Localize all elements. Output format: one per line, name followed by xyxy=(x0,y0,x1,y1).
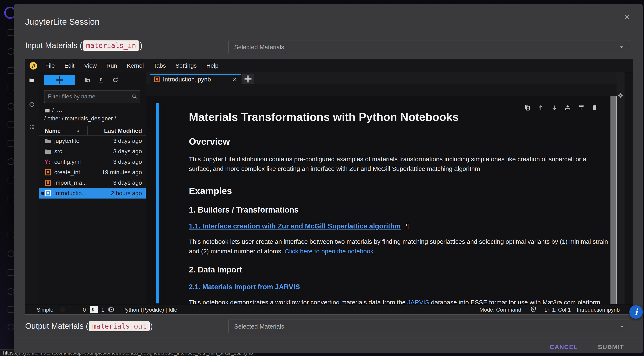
jarvis-heading-link[interactable]: 2.1. Materials import from JARVIS xyxy=(189,283,300,291)
output-materials-select[interactable]: Selected Materials xyxy=(228,320,630,333)
simple-mode-label: Simple xyxy=(37,307,53,313)
tab-close-icon[interactable] xyxy=(232,77,238,82)
pilcrow-anchor[interactable]: ¶ xyxy=(406,222,409,230)
upload-icon[interactable] xyxy=(98,77,104,83)
input-variable-chip: materials_in xyxy=(82,40,139,51)
file-row[interactable]: create_int... 19 minutes ago xyxy=(39,167,146,178)
app-sidebar-icon xyxy=(8,324,14,331)
interface-paragraph: This notebook lets user create an interf… xyxy=(189,237,610,256)
menu-settings[interactable]: Settings xyxy=(171,62,202,69)
move-cell-up-icon[interactable] xyxy=(538,105,544,111)
menu-kernel[interactable]: Kernel xyxy=(122,62,149,69)
file-modified: 3 days ago xyxy=(113,159,142,165)
file-row[interactable]: jupyterlite 3 days ago xyxy=(39,136,146,146)
duplicate-cell-icon[interactable] xyxy=(524,105,530,111)
data-import-heading: 2. Data Import xyxy=(189,265,242,274)
new-folder-icon[interactable] xyxy=(84,77,90,83)
output-label-prefix: Output Materials ( xyxy=(25,322,88,331)
chevron-down-icon xyxy=(619,324,624,329)
file-name: config.yml xyxy=(54,159,81,165)
terminal-icon[interactable]: $_ xyxy=(90,306,98,313)
jarvis-paragraph: This notebook demonstrates a workflow fo… xyxy=(189,298,610,304)
app-sidebar-icon xyxy=(8,67,14,74)
insert-cell-above-icon[interactable] xyxy=(564,105,571,111)
breadcrumb-current-path: / other / materials_designer / xyxy=(44,115,116,122)
trust-shield-icon xyxy=(530,306,536,313)
menu-run[interactable]: Run xyxy=(102,62,122,69)
submit-button[interactable]: SUBMIT xyxy=(598,344,624,351)
examples-heading: Examples xyxy=(189,186,232,196)
refresh-icon[interactable] xyxy=(112,77,118,83)
chevron-down-icon xyxy=(619,44,624,50)
property-inspector-gear-icon[interactable] xyxy=(618,92,624,99)
tab-introduction-ipynb[interactable]: Introduction.ipynb xyxy=(150,74,241,84)
left-activity-bar xyxy=(25,72,39,304)
file-filter-input[interactable] xyxy=(48,93,128,100)
file-row[interactable]: src 3 days ago xyxy=(39,146,146,157)
column-name[interactable]: Name xyxy=(45,128,60,134)
running-sessions-icon[interactable] xyxy=(29,102,35,107)
file-filter-box[interactable] xyxy=(44,90,140,103)
output-label-suffix: ) xyxy=(150,322,153,331)
builders-heading: 1. Builders / Transformations xyxy=(189,205,299,214)
mode-indicator: Mode: Command xyxy=(480,307,521,313)
app-sidebar-icon xyxy=(8,122,14,128)
table-of-contents-icon[interactable] xyxy=(29,124,35,130)
file-list-header: Name ▲ Last Modified xyxy=(39,126,146,136)
input-materials-select[interactable]: Selected Materials xyxy=(228,40,630,54)
file-modified: 3 days ago xyxy=(113,138,142,144)
terminal-count[interactable]: 1 xyxy=(101,307,104,313)
notebook-icon xyxy=(154,76,160,82)
column-last-modified[interactable]: Last Modified xyxy=(104,128,142,134)
sort-ascending-icon[interactable]: ▲ xyxy=(76,129,80,133)
new-tab-icon[interactable] xyxy=(242,74,254,84)
app-sidebar-icon xyxy=(8,48,14,55)
menu-tabs[interactable]: Tabs xyxy=(149,62,171,69)
folder-icon xyxy=(45,148,51,155)
insert-cell-below-icon[interactable] xyxy=(578,105,584,111)
file-row-selected[interactable]: Introductio... 2 hours ago xyxy=(39,188,146,198)
app-sidebar-icon xyxy=(8,232,14,238)
cursor-position[interactable]: Ln 1, Col 1 xyxy=(544,307,571,313)
info-button[interactable]: i xyxy=(629,305,643,319)
jupyterlite-logo: jl xyxy=(30,62,37,69)
folder-icon xyxy=(45,138,51,144)
app-sidebar-icon xyxy=(8,306,14,313)
file-modified: 19 minutes ago xyxy=(102,169,142,176)
move-cell-down-icon[interactable] xyxy=(551,105,558,111)
interface-link[interactable]: 1.1. Interface creation with Zur and McG… xyxy=(189,222,400,230)
breadcrumb-ellipsis[interactable]: … xyxy=(57,107,63,114)
chip-icon xyxy=(108,306,115,313)
file-name: create_int... xyxy=(54,169,85,176)
home-folder-icon[interactable] xyxy=(44,107,50,113)
output-select-value: Selected Materials xyxy=(234,323,284,330)
file-row[interactable]: Y: config.yml 3 days ago xyxy=(39,157,146,167)
output-materials-label: Output Materials (materials_out) xyxy=(25,320,153,332)
cancel-button[interactable]: CANCEL xyxy=(550,344,578,351)
kernel-status-text[interactable]: Python (Pyodide) | Idle xyxy=(122,307,177,313)
file-name: import_ma... xyxy=(54,179,87,186)
active-cell-indicator[interactable] xyxy=(156,103,159,303)
breadcrumb-root[interactable]: / xyxy=(52,107,54,114)
output-variable-chip: materials_out xyxy=(89,321,150,331)
notebook-icon xyxy=(45,190,51,197)
menu-view[interactable]: View xyxy=(79,62,102,69)
tab-title: Introduction.ipynb xyxy=(163,76,211,83)
menu-edit[interactable]: Edit xyxy=(60,62,79,69)
file-row[interactable]: import_ma... 3 days ago xyxy=(39,178,146,188)
notebook-scrollbar[interactable] xyxy=(610,96,616,304)
notebook-dock: Introduction.ipynb Markdown xyxy=(146,72,624,304)
menu-help[interactable]: Help xyxy=(202,62,223,69)
close-icon[interactable] xyxy=(624,13,630,20)
files-tab-icon[interactable] xyxy=(29,77,35,83)
menu-file[interactable]: File xyxy=(40,62,60,69)
right-activity-bar xyxy=(616,72,624,304)
kernel-busy-count[interactable]: 0 xyxy=(83,307,86,313)
notebook-content: Materials Transformations with Python No… xyxy=(146,96,610,304)
open-notebook-link[interactable]: Click here to open the notebook xyxy=(285,248,374,255)
jarvis-link[interactable]: JARVIS xyxy=(407,299,429,304)
new-launcher-button[interactable] xyxy=(44,75,75,85)
delete-cell-icon[interactable] xyxy=(592,105,598,111)
file-modified: 3 days ago xyxy=(113,179,142,186)
app-sidebar-icon xyxy=(8,29,14,36)
